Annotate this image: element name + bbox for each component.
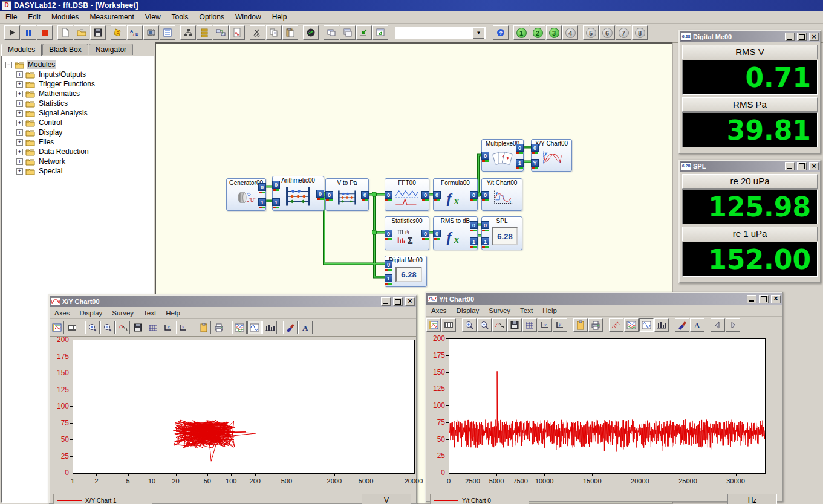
tree-item-data-reduction[interactable]: +Data Reduction [16,147,154,157]
tree-root-label[interactable]: Modules [27,60,56,69]
chart-menu-survey[interactable]: Survey [107,308,138,318]
tree-item-control[interactable]: +Control [16,118,154,128]
module-rms-to-db[interactable]: RMS to dBfx001 [433,216,478,250]
survey-cursor-button[interactable] [115,321,130,334]
layout-button-2[interactable]: 2 [530,25,545,40]
layout-button-3[interactable]: 3 [546,25,562,40]
single-curve-button[interactable] [639,318,654,332]
minimize-button[interactable] [785,33,795,41]
copy-button[interactable] [266,25,282,40]
input-port-0[interactable]: 0 [481,152,489,160]
film-strip-button[interactable] [65,321,79,334]
menu-window[interactable]: Window [230,11,267,22]
hardware-setup-button[interactable] [143,25,159,40]
output-port-1[interactable]: 1 [470,237,478,245]
print-button[interactable] [212,321,226,334]
input-port-Y[interactable]: Y [531,159,539,167]
yt-plot-area[interactable] [449,338,766,474]
tree-item-label[interactable]: Statistics [37,99,69,108]
chart-menu-text[interactable]: Text [515,306,538,315]
input-port-0[interactable]: 0 [481,221,489,229]
layout-button-6[interactable]: 6 [599,25,615,40]
panel-titlebar[interactable]: 6.28Digital Me00× [680,31,820,42]
input-port-0[interactable]: 0 [433,191,441,199]
chart-menu-axes[interactable]: Axes [426,306,452,315]
save-chart-button[interactable] [131,321,145,334]
y-axis-button[interactable]: y [176,321,190,334]
chart-window-titlebar[interactable]: Y/t Chart00× [426,293,782,305]
input-port-1[interactable]: 1 [481,237,489,245]
tree-item-statistics[interactable]: +Statistics [16,99,154,108]
waterfall-button[interactable] [609,318,623,332]
menu-help[interactable]: Help [267,11,293,22]
panel-titlebar[interactable]: 6.28SPL× [680,161,820,172]
y-axis-button[interactable]: y [553,318,567,332]
tree-item-label[interactable]: Files [37,138,55,146]
restore-window-button[interactable] [372,25,388,40]
xy-plot-area[interactable] [73,340,415,474]
input-port-0[interactable]: 0 [272,181,280,189]
tab-navigator[interactable]: Navigator [89,44,133,55]
output-port-1[interactable]: 1 [516,159,524,167]
tree-item-files[interactable]: +Files [16,137,154,147]
module-y-t-chart00[interactable]: Y/t Chart00yt0 [481,178,522,211]
grid-button[interactable] [146,321,160,334]
text-button[interactable]: A [298,321,313,334]
input-port-0[interactable]: 0 [433,230,441,237]
close-button[interactable]: × [405,297,415,306]
open-worksheet-button[interactable] [74,25,89,40]
zoom-in-button[interactable] [85,321,100,334]
expand-icon[interactable]: + [16,100,23,107]
input-port-0[interactable]: 0 [385,260,392,268]
text-button[interactable]: A [690,318,704,332]
expand-icon[interactable]: + [16,110,23,117]
paste-button[interactable] [282,25,298,40]
chart-menu-display[interactable]: Display [452,306,484,315]
pause-button[interactable] [21,25,36,40]
zoom-out-button[interactable] [477,318,492,332]
close-button[interactable]: × [809,33,819,41]
combobox-dropdown-icon[interactable]: ▼ [473,27,484,39]
ad-converter-button[interactable]: A/D [127,25,143,40]
copy-to-clipboard-button[interactable] [197,321,211,334]
bar-display-button[interactable] [654,318,669,332]
close-button[interactable]: × [771,295,781,303]
tab-modules[interactable]: Modules [1,44,42,56]
expand-icon[interactable]: + [16,139,23,146]
layout-button-5[interactable]: 5 [583,25,599,40]
tree-item-label[interactable]: Inputs/Outputs [37,70,87,79]
zoom-in-button[interactable] [462,318,477,332]
input-port-0[interactable]: 0 [385,191,392,199]
module-digital-me00[interactable]: Digital Me006.2801 [385,256,427,287]
close-button[interactable]: × [809,162,819,170]
menu-tools[interactable]: Tools [166,11,194,22]
output-port-0[interactable]: 0 [421,191,429,199]
tree-item-display[interactable]: +Display [16,128,154,137]
expand-icon[interactable]: + [16,120,23,126]
input-port-1[interactable]: 1 [272,198,280,206]
module-x-y-chart00[interactable]: X/Y Chart00yx0Y [531,139,572,172]
window-button[interactable] [324,25,339,40]
minimize-button[interactable] [747,295,756,303]
layout-button-8[interactable]: 8 [632,25,648,40]
minimize-button[interactable] [381,297,391,306]
output-port-0[interactable]: 0 [470,221,478,229]
x-axis-button[interactable]: x [161,321,175,334]
cascade-window-button[interactable] [340,25,356,40]
maximize-button[interactable] [797,162,807,170]
chart-menu-axes[interactable]: Axes [50,308,75,318]
expand-icon[interactable]: + [16,158,23,165]
input-port-0[interactable]: 0 [531,144,539,152]
menu-measurement[interactable]: Measurement [84,11,139,22]
tree-item-signal-analysis[interactable]: +Signal Analysis [16,108,154,118]
collapse-icon[interactable]: − [5,62,12,68]
film-strip-button[interactable] [441,318,456,332]
maximize-button[interactable] [797,33,807,41]
zoom-out-button[interactable] [100,321,115,334]
expand-icon[interactable]: + [16,168,23,175]
module-generator00[interactable]: Generator0001 [226,178,266,211]
chart-window-x-y-chart00[interactable]: X/Y Chart00×AxesDisplaySurveyTextHelpxyA… [48,294,417,504]
module-browser-button[interactable] [197,25,212,40]
tree-item-network[interactable]: +Network [16,157,154,166]
module-fft00[interactable]: FFT0000 [385,178,429,211]
